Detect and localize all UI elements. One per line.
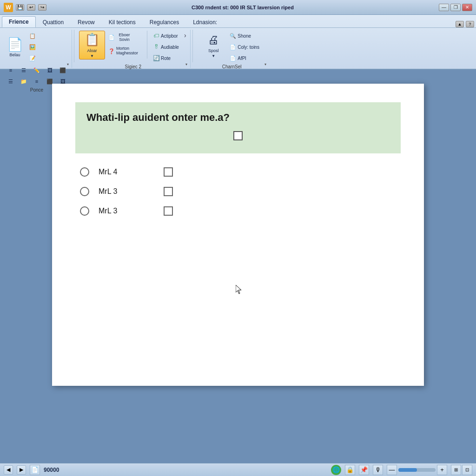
title-controls: — ❐ ✕ <box>439 4 472 11</box>
restore-button[interactable]: ❐ <box>450 4 461 11</box>
shone-btn[interactable]: 🔍 Shone <box>227 31 262 41</box>
answer-label-1: MrL 4 <box>99 168 154 176</box>
rote-btn[interactable]: 🔄 Rote <box>150 53 181 63</box>
status-microphone-icon[interactable]: 🎙 <box>373 465 383 475</box>
tab-quattion[interactable]: Quattion <box>36 17 71 27</box>
document-icon: 📄 <box>7 37 22 52</box>
quick-access-btn1[interactable]: 💾 <box>16 4 24 11</box>
zoom-slider[interactable] <box>398 468 436 472</box>
coly-toins-btn[interactable]: 📄 Coly: toins <box>227 42 262 52</box>
actipbor-btn[interactable]: 🏷 Actipbor <box>150 31 181 41</box>
title-bar: W 💾 ↩ ↪ C300 rndent st: 000 IR SLT laver… <box>0 0 476 15</box>
divider1 <box>74 30 74 62</box>
list-icon1: ≡ <box>7 66 14 74</box>
view-btn2[interactable]: ⊡ <box>462 465 472 475</box>
ribbon-tabs: Frience Quattion Revow Kil tections Regu… <box>0 15 476 28</box>
eboer-sovin-btn[interactable]: 📄 Eboer Sovin <box>107 31 134 44</box>
list-icon5: ⬛ <box>59 66 66 74</box>
afpl-btn[interactable]: 📄 AfPl <box>227 53 262 63</box>
ponce-sub-btn3[interactable]: 📝 <box>26 53 39 63</box>
actipbor-icon: 🏷 <box>152 32 160 40</box>
sposl-label: Sposl <box>208 48 219 53</box>
ponce-sub-btn2[interactable]: 🖼️ <box>26 42 39 52</box>
status-icon-globe[interactable]: 🌐 <box>331 465 341 475</box>
audiable-icon: 🎖 <box>152 43 160 51</box>
title-bar-left: W 💾 ↩ ↪ <box>4 3 46 12</box>
radio-btn-1[interactable] <box>80 167 89 177</box>
shone-icon: 🔍 <box>229 32 237 40</box>
status-view-buttons: ⊞ ⊡ <box>451 465 472 475</box>
document-page: Whati-lip auident onter me.a? MrL 4 MrL … <box>52 84 424 386</box>
rote-icon: 🔄 <box>152 54 160 62</box>
close-button[interactable]: ✕ <box>462 4 472 11</box>
minimize-button[interactable]: — <box>439 4 449 11</box>
zoom-out-btn[interactable]: — <box>387 465 397 475</box>
view-btn1[interactable]: ⊞ <box>451 465 461 475</box>
tab-revow[interactable]: Revow <box>71 17 102 27</box>
morton-maghesstor-btn[interactable]: ❓ Morton Maghesstor <box>107 45 144 58</box>
ponce-main-btn[interactable]: 📄 Belau <box>5 34 25 60</box>
sigiec2-side-btns: 📄 Eboer Sovin ❓ Morton Maghesstor <box>107 31 144 58</box>
sub-icon3: 📝 <box>29 54 36 62</box>
window-title: C300 rndent st: 000 IR SLT laversion rip… <box>46 5 439 10</box>
ponce-sub-btn1[interactable]: 📋 <box>26 31 39 41</box>
aloar-button[interactable]: 📋 Aloar ▼ <box>79 31 105 60</box>
audiable-btn[interactable]: 🎖 Audiable <box>150 42 181 52</box>
question-checkbox[interactable] <box>233 131 243 140</box>
status-icon-sq2[interactable]: 📌 <box>359 465 369 475</box>
answer-checkbox-1[interactable] <box>164 167 173 177</box>
status-icon-sq1[interactable]: 🔒 <box>345 465 355 475</box>
ponce-row2-btn1[interactable]: ≡ <box>5 65 17 75</box>
ponce-group-label: Ponce <box>30 86 43 93</box>
ponce-sub-btns: 📋 🖼️ 📝 <box>26 31 39 63</box>
status-nav-prev[interactable]: ◀ <box>4 465 13 475</box>
ponce-row3-btn2[interactable]: 📁 <box>18 76 30 86</box>
list-icon3: ✏️ <box>33 66 40 74</box>
zoom-in-btn[interactable]: + <box>437 465 447 475</box>
ponce-row2-btn4[interactable]: 🖼 <box>44 65 56 75</box>
workspace: Whati-lip auident onter me.a? MrL 4 MrL … <box>0 70 476 464</box>
ponce-row2-btn2[interactable]: ☰ <box>18 65 30 75</box>
ribbon-help-btn[interactable]: ? <box>466 21 474 27</box>
answer-label-3: MrL 3 <box>99 207 154 215</box>
status-number: 90000 <box>44 467 59 473</box>
aloar-label: Aloar <box>87 48 97 53</box>
afpl-icon: 📄 <box>229 54 237 62</box>
svg-marker-0 <box>236 285 241 294</box>
divider3 <box>192 30 193 62</box>
quick-access-btn2[interactable]: ↩ <box>27 4 35 11</box>
tab-kil-tections[interactable]: Kil tections <box>102 17 143 27</box>
sub-icon2: 🖼️ <box>29 43 36 51</box>
answer-row-3: MrL 3 <box>75 206 401 216</box>
radio-btn-2[interactable] <box>80 187 89 196</box>
sposl-button[interactable]: 🖨 Sposl ▼ <box>202 31 225 60</box>
status-slider-area: — + <box>387 465 447 475</box>
tab-regulances[interactable]: Regulances <box>143 17 186 27</box>
charnsel-expand-btn[interactable]: ▾ <box>263 61 268 67</box>
row3-icon2: 📁 <box>20 78 27 85</box>
ponce-row2-btn3[interactable]: ✏️ <box>31 65 43 75</box>
morton-label: Morton Maghesstor <box>116 46 143 56</box>
answer-label-2: MrL 3 <box>99 187 154 196</box>
sigiec2-expand-btn[interactable]: ▾ <box>184 61 189 67</box>
eboer-icon: 📄 <box>108 33 115 41</box>
ponce-row3-btn3[interactable]: ≡ <box>31 76 43 86</box>
cursor <box>236 285 243 294</box>
list-icon2: ☰ <box>20 66 27 74</box>
ponce-expand-btn[interactable]: ▾ <box>65 61 71 67</box>
radio-btn-3[interactable] <box>80 206 89 216</box>
tab-ldnasion[interactable]: Ldnasion: <box>186 17 224 27</box>
sigiec2-right-btns: 🏷 Actipbor 🎖 Audiable 🔄 Rote <box>150 31 181 63</box>
charnsel-group-label: CharnSel <box>222 63 242 69</box>
ponce-row3-btn1[interactable]: ☰ <box>5 76 17 86</box>
answer-checkbox-2[interactable] <box>164 187 173 196</box>
arrow-btn[interactable]: › <box>183 31 187 40</box>
question-checkbox-area <box>86 131 390 140</box>
answer-checkbox-3[interactable] <box>164 206 173 216</box>
status-nav-next[interactable]: ▶ <box>17 465 26 475</box>
status-page-icon[interactable]: 📄 <box>30 465 40 475</box>
ribbon-collapse-btn[interactable]: ▲ <box>456 21 464 27</box>
quick-access-btn3[interactable]: ↪ <box>38 4 46 11</box>
sub-icon1: 📋 <box>29 32 36 40</box>
tab-frience[interactable]: Frience <box>2 16 36 27</box>
